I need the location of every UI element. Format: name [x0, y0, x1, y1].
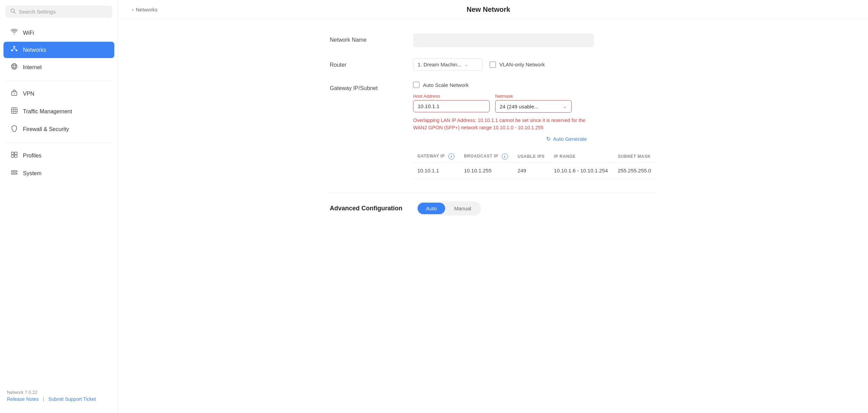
error-message: Overlapping LAN IP Address: 10.10.1.1 ca… — [413, 117, 587, 131]
col-broadcast-ip: BROADCAST IP i — [460, 151, 513, 163]
sidebar-item-networks-label: Networks — [23, 47, 46, 53]
sidebar-item-internet[interactable]: Internet — [3, 59, 114, 76]
router-value: 1. Dream Machin... — [418, 62, 462, 67]
col-ip-range: IP RANGE — [550, 151, 614, 163]
main-content: ‹ Networks New Network Network Name Rout… — [118, 0, 868, 413]
svg-rect-22 — [15, 155, 17, 157]
router-label: Router — [330, 58, 399, 68]
svg-point-9 — [13, 64, 16, 69]
networks-icon — [10, 46, 18, 54]
gateway-ip-info-icon[interactable]: i — [448, 153, 455, 160]
search-placeholder: Search Settings — [19, 9, 56, 15]
gateway-controls: Auto Scale Network Host Address Netmask … — [413, 82, 656, 179]
table-row: 10.10.1.1 10.10.1.255 249 10.10.1.6 - 10… — [413, 163, 656, 179]
advanced-config-label: Advanced Configuration — [330, 205, 402, 212]
svg-rect-2 — [14, 46, 15, 47]
ip-inputs-row: Host Address Netmask 24 (249 usable... ⌄ — [413, 94, 656, 113]
svg-rect-14 — [11, 108, 17, 114]
gateway-label: Gateway IP/Subnet — [330, 82, 399, 91]
col-subnet-mask: SUBNET MASK — [614, 151, 656, 163]
sidebar-bottom: Network 7.0.22 Release Notes | Submit Su… — [0, 384, 118, 407]
back-label: Networks — [136, 7, 158, 13]
svg-rect-3 — [11, 50, 13, 51]
vlan-checkbox-row: VLAN-only Network — [490, 62, 545, 68]
traffic-icon — [10, 107, 18, 116]
main-header: ‹ Networks New Network — [118, 0, 868, 19]
svg-rect-19 — [11, 152, 14, 155]
search-icon — [10, 8, 16, 15]
version-label: Network 7.0.22 — [7, 390, 111, 395]
sidebar-item-system[interactable]: System — [3, 165, 114, 182]
vpn-icon — [10, 89, 18, 98]
auto-scale-label: Auto Scale Network — [423, 82, 469, 88]
svg-rect-20 — [15, 152, 17, 155]
auto-generate-button[interactable]: ↻ Auto Generate — [413, 136, 587, 142]
router-chevron-icon: ⌄ — [465, 62, 468, 67]
cell-subnet-mask: 255.255.255.0 — [614, 163, 656, 179]
network-name-controls — [413, 33, 656, 47]
sidebar-item-firewall-label: Firewall & Security — [23, 126, 69, 132]
netmask-chevron-icon: ⌄ — [563, 103, 567, 110]
vlan-checkbox[interactable] — [490, 62, 496, 68]
broadcast-ip-info-icon[interactable]: i — [502, 153, 508, 160]
wifi-icon — [10, 29, 18, 37]
netmask-select[interactable]: 24 (249 usable... ⌄ — [495, 100, 572, 113]
globe-icon — [10, 63, 18, 72]
gateway-row: Gateway IP/Subnet Auto Scale Network Hos… — [330, 82, 656, 179]
network-name-row: Network Name — [330, 33, 656, 47]
router-select[interactable]: 1. Dream Machin... ⌄ — [413, 58, 483, 71]
cell-ip-range: 10.10.1.6 - 10.10.1.254 — [550, 163, 614, 179]
col-gateway-ip: GATEWAY IP i — [413, 151, 460, 163]
cell-broadcast-ip: 10.10.1.255 — [460, 163, 513, 179]
network-name-input[interactable] — [413, 33, 594, 47]
router-controls: 1. Dream Machin... ⌄ VLAN-only Network — [413, 58, 656, 71]
back-chevron-icon: ‹ — [132, 7, 134, 13]
sidebar-item-firewall[interactable]: Firewall & Security — [3, 121, 114, 138]
svg-line-7 — [14, 48, 17, 50]
netmask-value: 24 (249 usable... — [500, 104, 539, 110]
sidebar-item-traffic-label: Traffic Management — [23, 108, 72, 115]
toggle-manual-button[interactable]: Manual — [446, 203, 480, 214]
host-address-label: Host Address — [413, 94, 490, 99]
profiles-icon — [10, 151, 18, 160]
svg-rect-23 — [11, 171, 17, 172]
sidebar: Search Settings WiFi Networks — [0, 0, 118, 413]
refresh-icon: ↻ — [546, 136, 551, 142]
svg-point-8 — [11, 64, 17, 69]
svg-line-1 — [14, 12, 16, 14]
auto-scale-checkbox[interactable] — [413, 82, 419, 88]
advanced-config-section: Advanced Configuration Auto Manual — [330, 193, 656, 216]
cell-usable-ips: 249 — [513, 163, 550, 179]
sidebar-item-profiles[interactable]: Profiles — [3, 147, 114, 164]
netmask-label: Netmask — [495, 94, 572, 99]
netmask-group: Netmask 24 (249 usable... ⌄ — [495, 94, 572, 113]
toggle-auto-button[interactable]: Auto — [418, 203, 445, 214]
host-address-group: Host Address — [413, 94, 490, 112]
search-bar[interactable]: Search Settings — [6, 6, 112, 18]
sidebar-item-wifi[interactable]: WiFi — [3, 25, 114, 41]
host-address-input[interactable] — [413, 100, 490, 112]
svg-point-13 — [14, 93, 15, 94]
svg-rect-24 — [11, 173, 17, 174]
config-toggle-group: Auto Manual — [416, 201, 481, 216]
svg-line-6 — [12, 48, 14, 50]
back-navigation[interactable]: ‹ Networks — [132, 7, 157, 13]
release-notes-link[interactable]: Release Notes — [7, 396, 39, 402]
cell-gateway-ip: 10.10.1.1 — [413, 163, 460, 179]
svg-rect-4 — [16, 50, 17, 51]
svg-rect-21 — [11, 155, 14, 157]
ip-table: GATEWAY IP i BROADCAST IP i USABLE IPS I… — [413, 151, 656, 179]
nav-divider-2 — [6, 143, 112, 143]
sidebar-item-traffic[interactable]: Traffic Management — [3, 103, 114, 120]
nav-divider-1 — [6, 81, 112, 81]
submit-ticket-link[interactable]: Submit Support Ticket — [48, 396, 96, 402]
col-usable-ips: USABLE IPS — [513, 151, 550, 163]
network-name-label: Network Name — [330, 33, 399, 43]
system-icon — [10, 169, 18, 178]
sidebar-item-networks[interactable]: Networks — [3, 42, 114, 58]
sidebar-item-vpn[interactable]: VPN — [3, 85, 114, 102]
router-row: Router 1. Dream Machin... ⌄ VLAN-only Ne… — [330, 58, 656, 71]
page-title: New Network — [157, 6, 819, 14]
vlan-label: VLAN-only Network — [499, 62, 545, 67]
sidebar-item-wifi-label: WiFi — [23, 30, 34, 36]
